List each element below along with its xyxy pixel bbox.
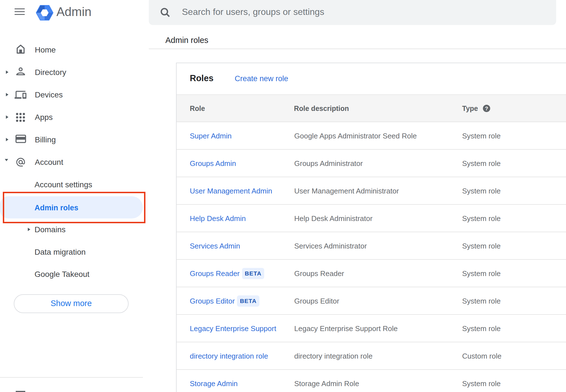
svg-text:?: ? — [485, 106, 488, 111]
